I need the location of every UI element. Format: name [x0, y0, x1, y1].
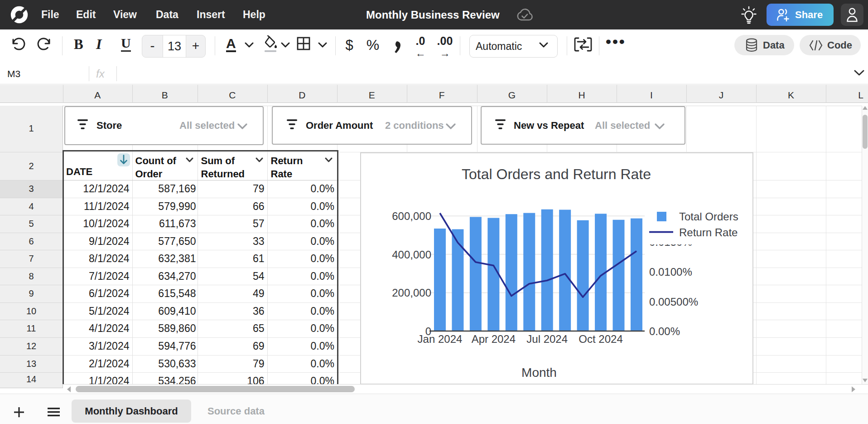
svg-text:0.00500%: 0.00500% [649, 296, 698, 308]
svg-text:Jan 2024: Jan 2024 [418, 333, 463, 345]
svg-text:0.00%: 0.00% [649, 325, 680, 337]
svg-text:400,000: 400,000 [392, 249, 431, 261]
svg-text:Month: Month [521, 366, 557, 380]
svg-text:Oct 2024: Oct 2024 [579, 333, 622, 345]
svg-text:Jul 2024: Jul 2024 [526, 333, 568, 345]
svg-text:0.0100%: 0.0100% [649, 266, 692, 278]
svg-text:Total Orders and Return Rate: Total Orders and Return Rate [462, 166, 651, 182]
svg-text:200,000: 200,000 [392, 287, 431, 299]
svg-text:Total Orders: Total Orders [679, 210, 738, 223]
svg-text:Return Rate: Return Rate [679, 226, 738, 239]
svg-text:600,000: 600,000 [392, 210, 431, 222]
svg-text:Apr 2024: Apr 2024 [472, 333, 516, 345]
